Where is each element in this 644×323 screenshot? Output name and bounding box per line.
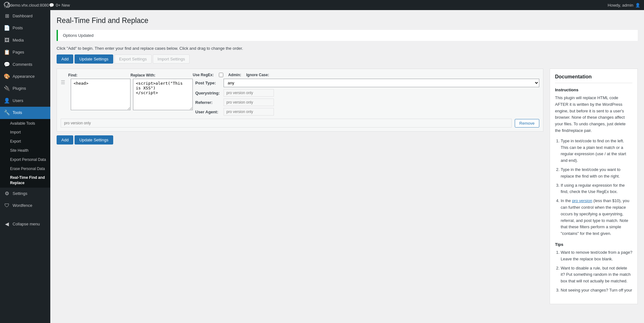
top-toolbar: Add Update Settings Export Settings Impo… bbox=[57, 54, 638, 64]
options-container: Post Type: any post page Querystring: Re… bbox=[195, 79, 539, 116]
comments-icon: 💬 bbox=[4, 61, 10, 68]
referrer-input[interactable] bbox=[224, 99, 274, 106]
find-col-header: Find: bbox=[68, 73, 128, 77]
new-content-link[interactable]: + New bbox=[58, 3, 70, 8]
howdy[interactable]: Howdy, admin 👤 bbox=[608, 3, 640, 8]
bottom-toolbar: Add Update Settings bbox=[57, 135, 543, 144]
instructions-list: Type in text/code to find on the left. T… bbox=[555, 138, 632, 237]
submenu-import[interactable]: Import bbox=[0, 128, 50, 137]
pro-footer-input[interactable] bbox=[61, 119, 512, 128]
sidebar-item-settings[interactable]: ⚙ Settings bbox=[0, 188, 50, 200]
find-field-container bbox=[71, 79, 130, 111]
submenu-erase-personal-data[interactable]: Erase Personal Data bbox=[0, 164, 50, 173]
sidebar-item-pages[interactable]: 📋 Pages bbox=[0, 46, 50, 58]
collapse-menu-button[interactable]: ◀ Collapse menu bbox=[0, 218, 50, 230]
tips-title: Tips bbox=[555, 242, 632, 247]
submenu-export-personal-data[interactable]: Export Personal Data bbox=[0, 155, 50, 164]
wordfence-icon: 🛡 bbox=[4, 202, 10, 209]
sidebar-item-media[interactable]: 🖼 Media bbox=[0, 34, 50, 46]
sidebar-item-posts[interactable]: 📄 Posts bbox=[0, 22, 50, 34]
rule-row: Find: Replace With: Use RegEx: Admin: Ig… bbox=[57, 69, 543, 132]
sidebar-item-appearance[interactable]: 🎨 Appearance bbox=[0, 71, 50, 82]
admin-bar: demo.vhx.cloud:8080 💬 0 + New Howdy, adm… bbox=[0, 0, 644, 10]
replace-textarea[interactable] bbox=[133, 79, 193, 110]
documentation-panel: Documentation Instructions This plugin w… bbox=[550, 69, 638, 304]
pro-version-link[interactable]: pro version bbox=[572, 198, 592, 203]
posts-icon: 📄 bbox=[4, 25, 10, 31]
update-settings-button-bottom[interactable]: Update Settings bbox=[75, 135, 113, 144]
instruction-2: Type in the text/code you want to replac… bbox=[561, 167, 632, 180]
dashboard-icon: ⊞ bbox=[4, 13, 10, 20]
replace-field-container bbox=[133, 79, 193, 111]
rule-footer: Remove bbox=[61, 119, 539, 128]
replace-col-header: Replace With: bbox=[130, 73, 190, 77]
tip-3: Not seeing your changes? Turn off your bbox=[561, 287, 632, 294]
tips-list: Want to remove text/code from a page? Le… bbox=[555, 249, 632, 294]
tools-icon: 🔧 bbox=[4, 109, 10, 116]
update-settings-button-top[interactable]: Update Settings bbox=[75, 54, 113, 64]
add-button-bottom[interactable]: Add bbox=[57, 135, 73, 144]
user-agent-input[interactable] bbox=[224, 108, 274, 116]
remove-button[interactable]: Remove bbox=[515, 119, 539, 128]
tip-2: Want to disable a rule, but not delete i… bbox=[561, 265, 632, 285]
options-col-header: Use RegEx: Admin: Ignore Case: bbox=[193, 73, 539, 77]
instruction-4: In the pro version (less than $10), you … bbox=[561, 198, 632, 237]
page-title: Real-Time Find and Replace bbox=[57, 16, 638, 25]
settings-icon: ⚙ bbox=[4, 190, 10, 197]
use-regex-checkbox[interactable] bbox=[219, 73, 223, 77]
drag-handle[interactable]: ☰ bbox=[61, 79, 68, 85]
find-textarea[interactable] bbox=[71, 79, 130, 110]
import-settings-button[interactable]: Import Settings bbox=[153, 54, 190, 64]
user-avatar-icon: 👤 bbox=[635, 3, 640, 8]
main-content: Real-Time Find and Replace Options Updat… bbox=[50, 10, 644, 323]
appearance-icon: 🎨 bbox=[4, 73, 10, 80]
submenu-export[interactable]: Export bbox=[0, 137, 50, 146]
notice-updated: Options Updated bbox=[57, 30, 638, 41]
instructions-title: Instructions bbox=[555, 88, 632, 92]
admin-sidebar: ⊞ Dashboard 📄 Posts 🖼 Media 📋 Pages 💬 Co… bbox=[0, 10, 50, 323]
tip-1: Want to remove text/code from a page? Le… bbox=[561, 249, 632, 263]
collapse-icon: ◀ bbox=[4, 221, 10, 228]
pages-icon: 📋 bbox=[4, 49, 10, 56]
doc-intro: This plugin will replace HTML code AFTER… bbox=[555, 95, 632, 134]
sidebar-item-wordfence[interactable]: 🛡 Wordfence bbox=[0, 200, 50, 212]
doc-title: Documentation bbox=[555, 74, 632, 83]
rule-editor: Find: Replace With: Use RegEx: Admin: Ig… bbox=[57, 69, 543, 144]
media-icon: 🖼 bbox=[4, 37, 10, 44]
submenu-real-time-find-replace[interactable]: Real-Time Find and Replace bbox=[0, 173, 50, 188]
instruction-3: If using a regular expression for the fi… bbox=[561, 182, 632, 196]
export-settings-button[interactable]: Export Settings bbox=[114, 54, 152, 64]
wp-logo[interactable] bbox=[4, 2, 10, 8]
plugins-icon: 🔌 bbox=[4, 85, 10, 92]
sidebar-item-users[interactable]: 👤 Users bbox=[0, 95, 50, 107]
content-area: Find: Replace With: Use RegEx: Admin: Ig… bbox=[57, 69, 638, 304]
add-button-top[interactable]: Add bbox=[57, 54, 73, 64]
comment-icon: 💬 bbox=[49, 3, 54, 8]
sidebar-item-plugins[interactable]: 🔌 Plugins bbox=[0, 82, 50, 94]
comments-link[interactable]: 💬 0 bbox=[49, 3, 58, 8]
post-type-select[interactable]: any post page bbox=[224, 79, 539, 87]
sidebar-item-comments[interactable]: 💬 Comments bbox=[0, 59, 50, 71]
querystring-input[interactable] bbox=[224, 89, 274, 97]
sidebar-item-dashboard[interactable]: ⊞ Dashboard bbox=[0, 10, 50, 22]
submenu-available-tools[interactable]: Available Tools bbox=[0, 119, 50, 128]
users-icon: 👤 bbox=[4, 97, 10, 104]
sidebar-item-tools[interactable]: 🔧 Tools bbox=[0, 107, 50, 119]
description-text: Click "Add" to begin. Then enter your fi… bbox=[57, 46, 638, 51]
submenu-site-health[interactable]: Site Health bbox=[0, 146, 50, 155]
instruction-1: Type in text/code to find on the left. T… bbox=[561, 138, 632, 164]
tools-submenu: Available Tools Import Export Site Healt… bbox=[0, 119, 50, 188]
site-name[interactable]: demo.vhx.cloud:8080 bbox=[10, 3, 49, 8]
